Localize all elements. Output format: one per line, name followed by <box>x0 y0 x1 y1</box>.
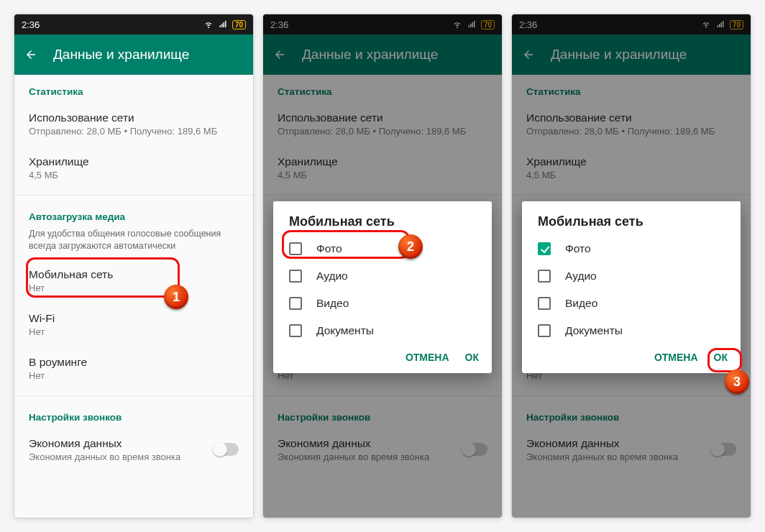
appbar-title: Данные и хранилище <box>302 47 438 63</box>
back-icon[interactable] <box>273 48 286 61</box>
app-bar: Данные и хранилище <box>512 35 751 75</box>
checkbox-unchecked-icon[interactable] <box>538 270 551 283</box>
battery-icon: 70 <box>730 20 743 29</box>
app-bar: Данные и хранилище <box>263 35 502 75</box>
wifi-icon <box>203 20 214 29</box>
dialog-title: Мобильная сеть <box>273 214 492 235</box>
data-saver-switch[interactable] <box>214 443 239 456</box>
option-audio[interactable]: Аудио <box>522 262 741 290</box>
checkbox-unchecked-icon[interactable] <box>289 270 302 283</box>
option-video[interactable]: Видео <box>273 290 492 317</box>
appbar-title: Данные и хранилище <box>53 47 189 63</box>
appbar-title: Данные и хранилище <box>551 47 687 63</box>
clock: 2:36 <box>270 19 288 30</box>
divider <box>14 195 253 196</box>
cancel-button[interactable]: ОТМЕНА <box>406 352 449 363</box>
settings-content: Статистика Использование сети Отправлено… <box>14 75 253 518</box>
option-documents[interactable]: Документы <box>522 317 741 344</box>
wifi-icon <box>452 20 462 29</box>
clock: 2:36 <box>22 19 40 30</box>
back-icon[interactable] <box>24 48 37 61</box>
mobile-network-dialog: Мобильная сеть Фото Аудио Видео Документ… <box>273 201 492 373</box>
ok-button[interactable]: ОК <box>465 352 479 363</box>
signal-icon <box>467 20 477 29</box>
mobile-network-dialog: Мобильная сеть Фото Аудио Видео Документ… <box>522 201 741 373</box>
clock: 2:36 <box>519 19 537 30</box>
section-header-calls: Настройки звонков <box>14 400 253 428</box>
signal-icon <box>218 20 228 29</box>
item-mobile-network[interactable]: Мобильная сеть Нет <box>14 260 253 303</box>
section-sub-autodl: Для удобства общения голосовые сообщения… <box>14 228 253 260</box>
status-bar: 2:36 70 <box>263 14 502 35</box>
option-photo[interactable]: Фото <box>522 235 741 262</box>
item-network-usage[interactable]: Использование сети Отправлено: 28,0 МБ •… <box>14 103 253 147</box>
signal-icon <box>715 20 725 29</box>
item-data-saver[interactable]: Экономия данных Экономия данных во время… <box>14 428 253 471</box>
phone-screen-1: 2:36 70 Данные и хранилище Статистика Ис… <box>14 14 253 518</box>
option-documents[interactable]: Документы <box>273 317 492 344</box>
battery-icon: 70 <box>232 20 246 29</box>
status-bar: 2:36 70 <box>14 14 253 35</box>
checkbox-unchecked-icon[interactable] <box>538 297 551 310</box>
checkbox-unchecked-icon[interactable] <box>538 324 551 337</box>
ok-button[interactable]: ОК <box>714 352 728 363</box>
section-header-autodl: Автозагрузка медиа <box>14 200 253 228</box>
battery-icon: 70 <box>481 20 495 29</box>
checkbox-unchecked-icon[interactable] <box>289 324 302 337</box>
phone-screen-3: 2:36 70 Данные и хранилище Статистика Ис… <box>512 14 751 518</box>
app-bar: Данные и хранилище <box>14 35 253 75</box>
checkbox-unchecked-icon[interactable] <box>289 242 302 255</box>
wifi-icon <box>701 20 711 29</box>
section-header-stats: Статистика <box>14 75 253 103</box>
cancel-button[interactable]: ОТМЕНА <box>654 352 698 363</box>
item-wifi[interactable]: Wi-Fi Нет <box>14 303 253 347</box>
option-photo[interactable]: Фото <box>273 235 492 262</box>
option-audio[interactable]: Аудио <box>273 262 492 290</box>
checkbox-checked-icon[interactable] <box>538 242 551 255</box>
checkbox-unchecked-icon[interactable] <box>289 297 302 310</box>
status-bar: 2:36 70 <box>512 14 751 35</box>
divider <box>14 395 253 396</box>
item-storage[interactable]: Хранилище 4,5 МБ <box>14 147 253 191</box>
dialog-title: Мобильная сеть <box>522 214 741 235</box>
phone-screen-2: 2:36 70 Данные и хранилище Статистика Ис… <box>263 14 502 518</box>
item-roaming[interactable]: В роуминге Нет <box>14 347 253 391</box>
option-video[interactable]: Видео <box>522 290 741 317</box>
back-icon[interactable] <box>522 48 535 61</box>
